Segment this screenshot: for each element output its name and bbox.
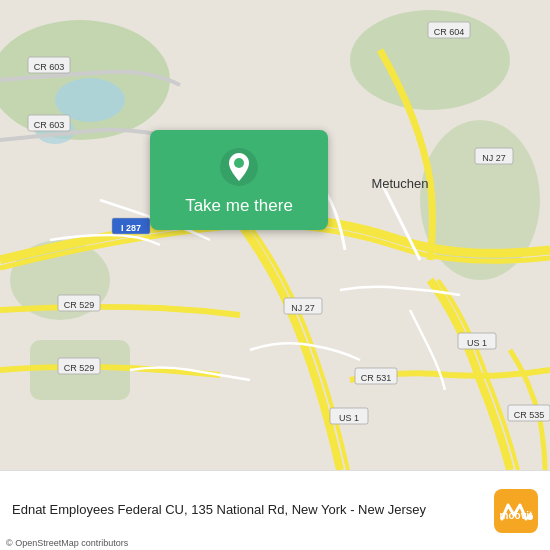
svg-text:US 1: US 1: [339, 413, 359, 423]
svg-text:NJ 27: NJ 27: [291, 303, 315, 313]
osm-attribution: © OpenStreetMap contributors: [6, 538, 128, 548]
svg-text:CR 603: CR 603: [34, 120, 65, 130]
take-me-there-label: Take me there: [185, 196, 293, 216]
svg-text:CR 529: CR 529: [64, 363, 95, 373]
moovit-icon: moovit: [494, 489, 538, 533]
svg-text:US 1: US 1: [467, 338, 487, 348]
svg-text:CR 535: CR 535: [514, 410, 545, 420]
svg-text:NJ 27: NJ 27: [482, 153, 506, 163]
svg-text:CR 604: CR 604: [434, 27, 465, 37]
svg-point-33: [234, 158, 244, 168]
take-me-there-card[interactable]: Take me there: [150, 130, 328, 230]
svg-text:CR 531: CR 531: [361, 373, 392, 383]
svg-text:CR 529: CR 529: [64, 300, 95, 310]
svg-text:I 287: I 287: [121, 223, 141, 233]
map-container: CR 603 CR 603 CR 604 NJ 27 I 287 NJ 27 U…: [0, 0, 550, 470]
location-pin-icon: [220, 148, 258, 186]
svg-point-36: [527, 514, 533, 520]
svg-text:CR 603: CR 603: [34, 62, 65, 72]
svg-text:Metuchen: Metuchen: [371, 176, 428, 191]
info-bar: Ednat Employees Federal CU, 135 National…: [0, 470, 550, 550]
moovit-logo: moovit: [494, 489, 538, 533]
address-text: Ednat Employees Federal CU, 135 National…: [12, 502, 426, 517]
map-svg: CR 603 CR 603 CR 604 NJ 27 I 287 NJ 27 U…: [0, 0, 550, 470]
